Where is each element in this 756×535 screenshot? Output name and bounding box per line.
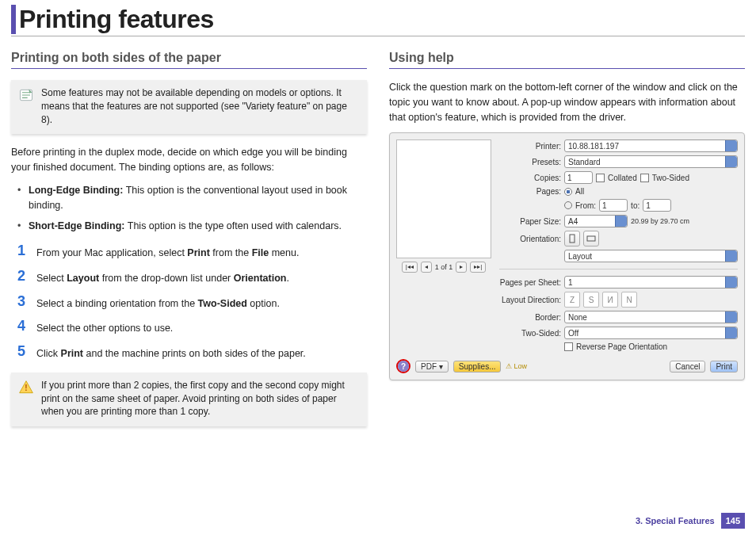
papersize-select[interactable]: A4▲▼ [564, 215, 628, 227]
layout-dir-option-4[interactable]: N [621, 292, 637, 308]
page-footer: 3. Special Features 145 [636, 513, 745, 529]
pps-label: Pages per Sheet: [499, 278, 561, 287]
reverse-label: Reverse Page Orientation [576, 342, 667, 351]
papersize-dims: 20.99 by 29.70 cm [631, 217, 689, 225]
copies-label: Copies: [499, 174, 561, 182]
layoutdir-label: Layout Direction: [499, 296, 561, 304]
step-4: 4 Select the other options to use. [11, 319, 367, 336]
collated-checkbox[interactable] [596, 174, 605, 182]
note-text: Some features may not be available depen… [41, 86, 361, 126]
preview-counter: 1 of 1 [435, 263, 453, 271]
prev-back-button[interactable]: ◂ [421, 262, 432, 273]
two-sided-chk-label: Two-Sided [652, 174, 689, 182]
step-number: 5 [11, 344, 25, 360]
step-text: Select a binding orientation from the Tw… [36, 294, 367, 311]
step-1: 1 From your Mac application, select Prin… [11, 243, 367, 261]
border-label: Border: [499, 313, 561, 322]
help-highlight-circle: ? [396, 359, 410, 373]
section-heading-help: Using help [389, 51, 745, 65]
reverse-checkbox[interactable] [564, 342, 573, 351]
step-2: 2 Select Layout from the drop-down list … [11, 269, 367, 286]
copies-input[interactable]: 1 [564, 171, 593, 184]
section-rule [11, 68, 367, 69]
low-supplies-warning: ⚠ Low [506, 362, 527, 370]
orientation-landscape-button[interactable] [583, 231, 599, 246]
svg-rect-2 [570, 235, 575, 243]
bullet-long-edge: Long-Edge Binding: This option is the co… [16, 183, 367, 213]
binding-bullets: Long-Edge Binding: This option is the co… [11, 183, 367, 234]
pages-from-radio[interactable] [564, 201, 572, 209]
dialog-fields: Printer: 10.88.181.197▲▼ Presets: Standa… [499, 139, 738, 351]
twosided-label: Two-Sided: [499, 329, 561, 338]
warning-box: ! If you print more than 2 copies, the f… [11, 373, 367, 426]
layout-dir-option-3[interactable]: И [602, 292, 618, 308]
collated-label: Collated [608, 174, 637, 182]
title-accent-bar [11, 5, 16, 34]
divider [499, 269, 738, 269]
svg-text:!: ! [25, 384, 27, 392]
section-rule [389, 68, 745, 69]
cancel-button[interactable]: Cancel [670, 361, 705, 373]
pages-all-radio[interactable] [564, 188, 572, 196]
intro-paragraph: Before printing in the duplex mode, deci… [11, 145, 367, 175]
print-button[interactable]: Print [710, 361, 738, 373]
warning-text: If you print more than 2 copies, the fir… [41, 379, 361, 418]
columns: Printing on both sides of the paper Some… [11, 51, 745, 438]
help-paragraph: Click the question mark on the bottom-le… [389, 80, 745, 124]
bullet-short-edge: Short-Edge Binding: This option is the t… [16, 219, 367, 234]
page-number: 145 [721, 513, 745, 529]
layout-dir-option-2[interactable]: S [583, 292, 599, 308]
prev-fwd-button[interactable]: ▸ [456, 262, 467, 273]
bullet-term: Short-Edge Binding: [29, 220, 125, 231]
presets-select[interactable]: Standard▲▼ [564, 155, 738, 168]
warning-icon: ! [17, 379, 35, 396]
orientation-portrait-button[interactable] [564, 231, 580, 246]
step-number: 2 [11, 269, 25, 285]
step-text: Click Print and the machine prints on bo… [36, 344, 367, 361]
pages-from-label: From: [575, 201, 596, 210]
help-button[interactable]: ? [398, 361, 409, 372]
prev-last-button[interactable]: ▸▸| [470, 262, 486, 273]
page-preview [396, 139, 491, 258]
twosided-select[interactable]: Off▲▼ [564, 327, 738, 339]
step-5: 5 Click Print and the machine prints on … [11, 344, 367, 361]
border-select[interactable]: None▲▼ [564, 311, 738, 323]
print-dialog-figure: |◂◂ ◂ 1 of 1 ▸ ▸▸| Printer: 10.88.181.19… [389, 132, 745, 380]
step-text: From your Mac application, select Print … [36, 243, 367, 261]
step-3: 3 Select a binding orientation from the … [11, 294, 367, 311]
chapter-label: 3. Special Features [636, 516, 715, 525]
two-sided-checkbox[interactable] [640, 174, 649, 182]
layout-direction-group: Z S И N [564, 292, 637, 308]
pages-to-input[interactable]: 1 [643, 199, 671, 212]
dialog-footer: ? PDF ▾ Supplies... ⚠ Low Cancel Print [396, 359, 738, 373]
section-heading-duplex: Printing on both sides of the paper [11, 51, 367, 65]
svg-rect-3 [587, 236, 595, 241]
pdf-button[interactable]: PDF ▾ [415, 361, 449, 373]
pages-from-input[interactable]: 1 [599, 199, 628, 212]
pps-select[interactable]: 1▲▼ [564, 276, 738, 289]
printer-select[interactable]: 10.88.181.197▲▼ [564, 139, 738, 152]
prev-first-button[interactable]: |◂◂ [402, 262, 418, 273]
printer-label: Printer: [499, 142, 561, 151]
note-icon [17, 86, 35, 104]
orientation-label: Orientation: [499, 235, 561, 243]
supplies-button[interactable]: Supplies... [453, 361, 502, 373]
bullet-desc: This option is the type often used with … [125, 220, 342, 231]
step-number: 4 [11, 319, 25, 334]
page-title: Printing features [19, 5, 214, 34]
step-text: Select the other options to use. [36, 319, 367, 336]
section-select[interactable]: Layout▲▼ [564, 250, 738, 262]
steps-list: 1 From your Mac application, select Prin… [11, 243, 367, 361]
pages-to-label: to: [631, 201, 640, 210]
right-column: Using help Click the question mark on th… [389, 51, 745, 438]
note-box: Some features may not be available depen… [11, 80, 367, 134]
left-column: Printing on both sides of the paper Some… [11, 51, 367, 438]
preview-nav: |◂◂ ◂ 1 of 1 ▸ ▸▸| [402, 262, 487, 273]
papersize-label: Paper Size: [499, 217, 561, 226]
bullet-term: Long-Edge Binding: [29, 185, 123, 196]
step-text: Select Layout from the drop-down list un… [36, 269, 367, 286]
step-number: 3 [11, 294, 25, 310]
presets-label: Presets: [499, 158, 561, 166]
page-title-row: Printing features [11, 5, 745, 36]
layout-dir-option-1[interactable]: Z [564, 292, 580, 308]
